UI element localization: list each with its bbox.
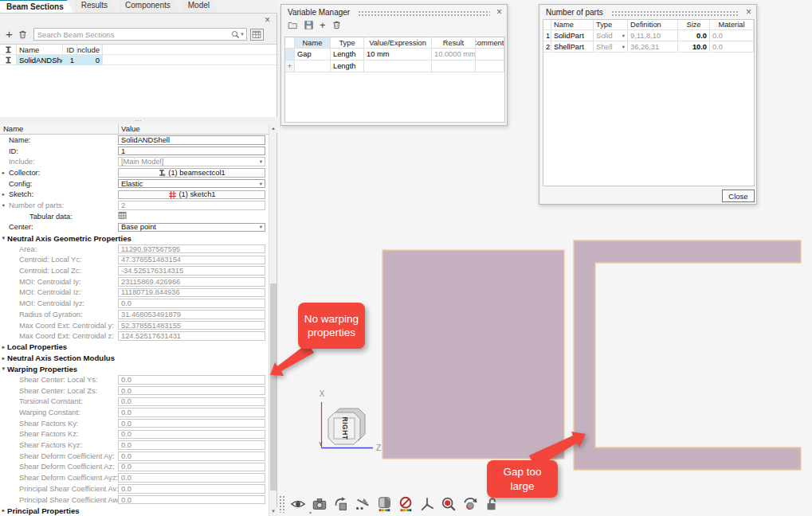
- column-header-name[interactable]: Name: [17, 45, 63, 55]
- property-section-header[interactable]: ▸Neutral Axis Section Modulus: [0, 353, 269, 364]
- parts-column-header[interactable]: Type: [594, 20, 628, 29]
- vm-column-header[interactable]: Type: [331, 37, 364, 48]
- property-input[interactable]: SolidANDShell: [118, 135, 265, 145]
- drag-handle[interactable]: [358, 10, 490, 16]
- expand-icon[interactable]: ▸: [0, 170, 7, 176]
- zoom-icon[interactable]: [439, 494, 458, 514]
- cell[interactable]: 10.0000 mm: [432, 49, 476, 60]
- property-section-header[interactable]: ▾Warping Properties: [0, 363, 269, 374]
- part-material-cell[interactable]: 0.0: [710, 41, 754, 52]
- scrollbar-thumb[interactable]: [270, 283, 277, 491]
- dropdown-icon[interactable]: ▾: [260, 224, 262, 230]
- collapse-icon[interactable]: ▾: [0, 202, 7, 209]
- parts-column-header[interactable]: Material: [710, 20, 754, 29]
- close-icon[interactable]: ×: [746, 8, 751, 16]
- scroll-up-icon[interactable]: ▲: [269, 124, 277, 133]
- collapse-icon[interactable]: ▾: [0, 366, 7, 372]
- properties-scrollbar[interactable]: ▲ ▼: [269, 124, 277, 516]
- part-type-select[interactable]: Shell▾: [594, 41, 628, 52]
- tab-components[interactable]: Components: [119, 0, 180, 13]
- cell[interactable]: 1: [63, 55, 77, 65]
- property-reference-button[interactable]: (1) sketch1: [118, 190, 265, 200]
- measure-icon[interactable]: [353, 494, 372, 514]
- column-header-id[interactable]: ID: [63, 45, 77, 55]
- tab-model[interactable]: Model: [182, 0, 219, 13]
- close-icon[interactable]: ×: [496, 8, 502, 16]
- close-button[interactable]: Close: [722, 190, 755, 202]
- cell[interactable]: 0: [77, 55, 103, 65]
- cell[interactable]: Length: [331, 49, 364, 60]
- vm-column-header[interactable]: Value/Expression: [364, 37, 432, 48]
- parts-column-header[interactable]: Name: [551, 20, 594, 29]
- cell[interactable]: Length: [331, 61, 364, 72]
- property-section-header[interactable]: ▸Principal Properties: [0, 505, 269, 516]
- part-row[interactable]: 1SolidPartSolid▾9,11,8,100.00.0: [543, 30, 754, 41]
- table-view-button[interactable]: [250, 29, 264, 41]
- camera-icon[interactable]: [310, 494, 329, 514]
- cell[interactable]: [295, 61, 331, 72]
- cell[interactable]: [476, 61, 504, 72]
- variable-row[interactable]: GapLength10 mm10.0000 mm: [285, 49, 504, 61]
- drag-handle[interactable]: [611, 10, 739, 16]
- rotate-icon[interactable]: [461, 494, 480, 514]
- add-variable-button[interactable]: +: [320, 19, 326, 31]
- property-select[interactable]: Elastic▾: [118, 179, 265, 189]
- cell[interactable]: 10 mm: [364, 49, 432, 60]
- eye-icon[interactable]: [288, 494, 308, 514]
- expand-icon[interactable]: ▸: [0, 507, 7, 514]
- property-select[interactable]: Base point▾: [118, 223, 265, 233]
- save-button[interactable]: [304, 20, 314, 30]
- property-section-header[interactable]: ▸Local Properties: [0, 342, 269, 353]
- dropdown-icon[interactable]: ▾: [260, 158, 262, 165]
- property-section-header[interactable]: ▾Neutral Axis Geometric Properties: [0, 233, 269, 244]
- part-definition-cell[interactable]: 9,11,8,10: [628, 30, 678, 41]
- vm-column-header[interactable]: Comments: [476, 37, 504, 48]
- part-definition-cell[interactable]: 36,26,31: [628, 41, 678, 52]
- beam-section-row[interactable]: SolidANDShell10: [0, 55, 277, 65]
- tab-results[interactable]: Results: [75, 0, 117, 13]
- dropdown-icon[interactable]: ▾: [622, 33, 625, 39]
- cell[interactable]: [476, 49, 504, 60]
- column-header-include[interactable]: Include: [77, 45, 103, 55]
- expand-icon[interactable]: ▸: [0, 344, 7, 350]
- dropdown-icon[interactable]: ▾: [260, 181, 262, 187]
- shaded-view-icon[interactable]: [375, 494, 394, 514]
- open-file-button[interactable]: [288, 20, 298, 30]
- dropdown-icon[interactable]: ▾: [622, 44, 625, 50]
- variable-row[interactable]: +Length: [285, 61, 504, 72]
- scroll-down-icon[interactable]: ▼: [269, 507, 277, 516]
- solid-part-section[interactable]: [382, 250, 564, 459]
- expand-icon[interactable]: ▸: [0, 355, 7, 362]
- parts-column-header[interactable]: Size: [678, 20, 710, 29]
- view-cube[interactable]: RIGHT: [328, 408, 365, 444]
- collapse-icon[interactable]: ▾: [0, 235, 7, 241]
- number-of-parts-titlebar[interactable]: Number of parts ×: [539, 5, 756, 18]
- variable-manager-titlebar[interactable]: Variable Manager ×: [281, 5, 507, 18]
- property-input[interactable]: 1: [118, 147, 265, 156]
- cell[interactable]: SolidANDShell: [17, 55, 63, 65]
- search-options-chevron-icon[interactable]: ▾: [241, 31, 244, 37]
- vm-column-header[interactable]: Result: [432, 37, 476, 48]
- search-input[interactable]: [34, 30, 231, 39]
- toolbar-drag-handle[interactable]: [279, 495, 285, 513]
- expand-icon[interactable]: ▸: [0, 191, 7, 197]
- row-selector[interactable]: +: [285, 61, 295, 72]
- parts-column-header[interactable]: Definition: [628, 20, 678, 29]
- part-size-cell[interactable]: 0.0: [678, 30, 710, 41]
- part-material-cell[interactable]: 0.0: [710, 30, 754, 41]
- shell-part-section[interactable]: [574, 240, 801, 470]
- part-type-select[interactable]: Solid▾: [594, 30, 628, 41]
- delete-variable-button[interactable]: [331, 20, 342, 30]
- cell[interactable]: [364, 61, 432, 72]
- part-name-cell[interactable]: ShellPart: [551, 41, 594, 52]
- contour-off-icon[interactable]: [396, 494, 415, 514]
- move-entity-icon[interactable]: [331, 494, 351, 514]
- part-name-cell[interactable]: SolidPart: [551, 30, 594, 41]
- part-row[interactable]: 2ShellPartShell▾36,26,3110.00.0: [543, 41, 754, 53]
- panel-splitter[interactable]: ⋯: [0, 117, 277, 124]
- tab-beam-sections[interactable]: Beam Sections: [0, 0, 73, 13]
- property-reference-button[interactable]: (1) beamsectcol1: [118, 168, 265, 178]
- cell[interactable]: Gap: [295, 49, 331, 60]
- add-beam-section-button[interactable]: +: [6, 29, 13, 40]
- vm-column-header[interactable]: Name: [295, 37, 331, 48]
